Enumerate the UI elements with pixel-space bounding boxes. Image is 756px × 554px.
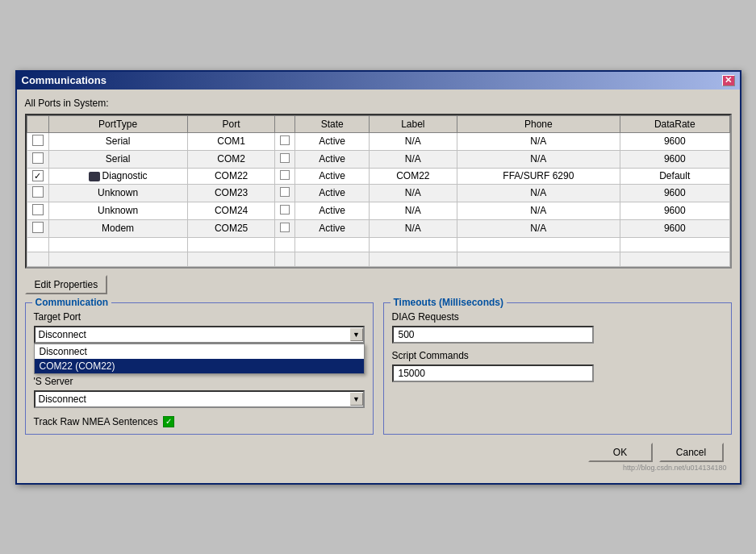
cell-label-1: N/A: [369, 150, 457, 168]
cell-state-5: Active: [295, 219, 369, 237]
cell-state-2: Active: [295, 168, 369, 184]
cell-state-3: Active: [295, 184, 369, 202]
cell-datarate-2: Default: [620, 168, 729, 184]
communication-panel: Communication Target Port Disconnect ▼ D…: [25, 302, 374, 435]
cell-datarate-0: 9600: [620, 132, 729, 150]
cell-port-1: COM2: [187, 150, 275, 168]
cell-label-0: N/A: [369, 132, 457, 150]
empty-cell: [48, 252, 187, 266]
empty-cell: [27, 252, 48, 266]
diag-requests-input[interactable]: [392, 326, 594, 344]
empty-cell: [48, 237, 187, 252]
empty-cell: [27, 237, 48, 252]
cell-porttype-1: Serial: [48, 150, 187, 168]
cell-phone-5: N/A: [457, 219, 620, 237]
empty-cell: [187, 252, 275, 266]
button-row: OK Cancel: [25, 443, 732, 462]
col-datarate: DataRate: [620, 115, 729, 132]
cell-port-5: COM25: [187, 219, 275, 237]
cell-porttype-5: Modem: [48, 219, 187, 237]
cell-state-icon-3: [275, 184, 295, 202]
ps-server-label: 'S Server: [34, 376, 365, 387]
empty-cell: [295, 252, 369, 266]
cell-datarate-4: 9600: [620, 202, 729, 219]
empty-cell: [187, 237, 275, 252]
row-checkbox-0[interactable]: [32, 135, 44, 146]
cell-state-icon-2: [275, 168, 295, 184]
col-state-icon: [275, 115, 295, 132]
empty-cell: [457, 252, 620, 266]
cell-port-4: COM24: [187, 202, 275, 219]
close-button[interactable]: ✕: [722, 75, 735, 86]
dialog-title: Communications: [22, 74, 107, 86]
target-port-label: Target Port: [34, 311, 365, 323]
col-porttype: PortType: [48, 115, 187, 132]
target-port-dropdown-container: Disconnect ▼ Disconnect COM22 (COM22): [34, 326, 365, 344]
row-checkbox-1[interactable]: [32, 152, 44, 164]
row-checkbox-4[interactable]: [32, 204, 44, 215]
script-commands-input[interactable]: [392, 364, 594, 382]
dropdown-option-disconnect[interactable]: Disconnect: [35, 344, 364, 359]
cell-porttype-2: Diagnostic: [48, 168, 187, 184]
cell-phone-4: N/A: [457, 202, 620, 219]
empty-cell: [275, 237, 295, 252]
track-checkbox[interactable]: ✓: [163, 416, 174, 427]
cell-phone-3: N/A: [457, 184, 620, 202]
cell-port-0: COM1: [187, 132, 275, 150]
ports-section-label: All Ports in System:: [25, 98, 732, 109]
cell-porttype-0: Serial: [48, 132, 187, 150]
col-phone: Phone: [457, 115, 620, 132]
cell-phone-1: N/A: [457, 150, 620, 168]
ps-server-value: Disconnect: [36, 392, 350, 406]
cell-state-icon-1: [275, 150, 295, 168]
cell-label-3: N/A: [369, 184, 457, 202]
cell-datarate-1: 9600: [620, 150, 729, 168]
edit-properties-button[interactable]: Edit Properties: [25, 275, 108, 294]
empty-cell: [369, 237, 457, 252]
row-checkbox-5[interactable]: [32, 222, 44, 233]
cell-datarate-5: 9600: [620, 219, 729, 237]
track-label: Track Raw NMEA Sentences: [34, 416, 158, 427]
target-port-dropdown[interactable]: Disconnect ▼: [34, 326, 365, 344]
col-check: [27, 115, 48, 132]
cell-label-5: N/A: [369, 219, 457, 237]
cell-port-2: COM22: [187, 168, 275, 184]
ps-server-arrow[interactable]: ▼: [350, 393, 363, 406]
cancel-button[interactable]: Cancel: [659, 443, 724, 462]
state-icon-5: [280, 223, 290, 232]
dropdown-option-com22[interactable]: COM22 (COM22): [35, 359, 364, 373]
state-icon-1: [280, 153, 290, 163]
cell-state-icon-5: [275, 219, 295, 237]
cell-state-0: Active: [295, 132, 369, 150]
target-port-value: Disconnect: [36, 327, 350, 342]
col-label: Label: [369, 115, 457, 132]
cell-datarate-3: 9600: [620, 184, 729, 202]
row-checkbox-3[interactable]: [32, 186, 44, 198]
timeouts-panel-title: Timeouts (Milliseconds): [391, 297, 507, 308]
cell-state-icon-0: [275, 132, 295, 150]
state-icon-4: [280, 205, 290, 215]
state-icon-0: [280, 135, 290, 145]
col-state: State: [295, 115, 369, 132]
cell-state-icon-4: [275, 202, 295, 219]
ports-table-container: PortType Port State Label Phone DataRate…: [25, 114, 732, 269]
empty-cell: [295, 237, 369, 252]
empty-cell: [275, 252, 295, 266]
ok-button[interactable]: OK: [588, 443, 653, 462]
state-icon-2: [280, 170, 290, 180]
title-bar: Communications ✕: [17, 72, 740, 90]
target-port-arrow[interactable]: ▼: [350, 328, 363, 341]
col-port: Port: [187, 115, 275, 132]
cell-label-4: N/A: [369, 202, 457, 219]
empty-cell: [369, 252, 457, 266]
cell-port-3: COM23: [187, 184, 275, 202]
cell-phone-2: FFA/SURF 6290: [457, 168, 620, 184]
target-port-options: Disconnect COM22 (COM22): [34, 344, 365, 374]
empty-cell: [457, 237, 620, 252]
cell-state-4: Active: [295, 202, 369, 219]
cell-state-1: Active: [295, 150, 369, 168]
state-icon-3: [280, 187, 290, 197]
row-checkbox-2[interactable]: [32, 170, 44, 181]
communications-dialog: Communications ✕ All Ports in System: Po…: [15, 70, 741, 485]
ps-server-dropdown[interactable]: Disconnect ▼: [34, 390, 365, 408]
